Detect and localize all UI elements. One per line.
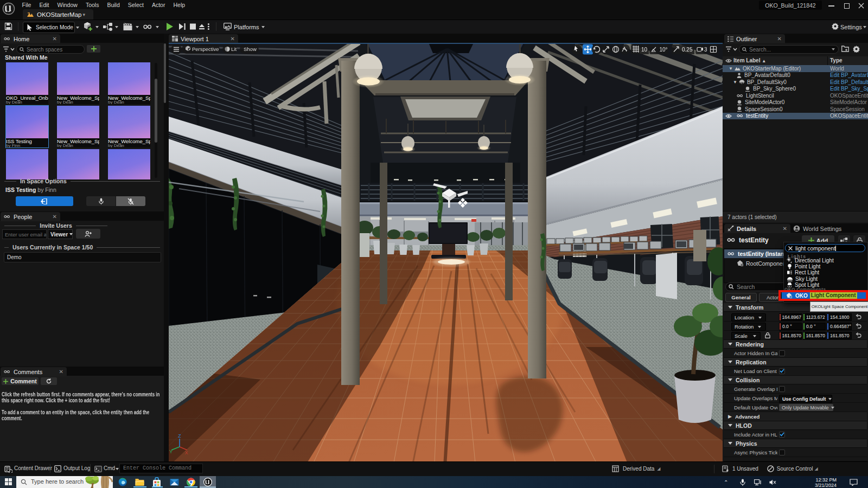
svg-text:Y: Y <box>169 449 173 454</box>
svg-text:10°: 10° <box>660 47 668 53</box>
svg-text:X: X <box>185 450 188 455</box>
svg-text:Z: Z <box>178 433 181 439</box>
svg-text:3: 3 <box>704 47 707 53</box>
svg-text:10: 10 <box>641 47 648 53</box>
svg-text:Lit: Lit <box>231 46 237 52</box>
svg-text:0.25: 0.25 <box>682 47 693 53</box>
svg-text:Show: Show <box>244 46 257 52</box>
svg-text:Perspective: Perspective <box>192 46 219 52</box>
